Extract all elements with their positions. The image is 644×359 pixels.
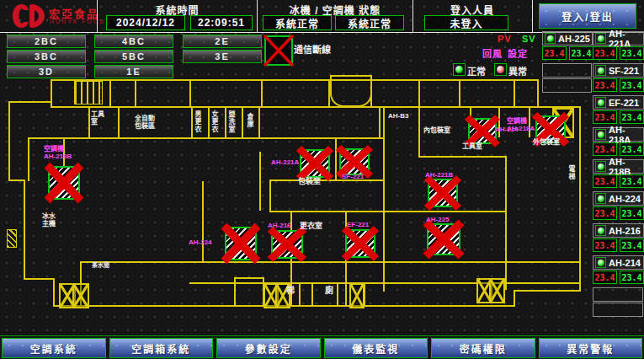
unit-name-label: AH-221A bbox=[609, 29, 643, 49]
wall bbox=[537, 79, 539, 108]
floor-button-3bc[interactable]: 3BC bbox=[7, 50, 86, 63]
ahu-marker-ah-225[interactable] bbox=[427, 223, 460, 255]
brand-name-en: HUNYA FOODS bbox=[50, 19, 111, 24]
unit-row-ah-214[interactable]: AH-214 bbox=[593, 255, 644, 270]
unit-status-lamp bbox=[595, 225, 606, 236]
room-label: 梯 bbox=[286, 287, 295, 294]
sv-value: 23.4 bbox=[620, 142, 644, 156]
empty-slot bbox=[593, 303, 643, 317]
room-label: 盥洗室 bbox=[227, 110, 235, 133]
comm-loss-x-icon bbox=[338, 147, 370, 176]
header-divider bbox=[97, 0, 98, 32]
wall bbox=[311, 283, 313, 305]
system-date-value: 2024/12/12 bbox=[106, 15, 185, 30]
sv-label: SV bbox=[522, 34, 536, 44]
wall bbox=[225, 108, 226, 137]
header-divider bbox=[412, 0, 413, 32]
unit-row-ef-221[interactable]: EF-221 bbox=[593, 95, 644, 110]
login-user-value: 未登入 bbox=[424, 15, 508, 30]
sv-value: 23.4 bbox=[620, 110, 644, 124]
normal-legend-label: 正常 bbox=[467, 64, 486, 78]
unit-values-ah-225: 23.4 23.4 bbox=[542, 46, 593, 60]
ahu-marker-ah-216[interactable] bbox=[271, 230, 303, 259]
ahu-marker-sf-221[interactable] bbox=[339, 148, 370, 175]
header-divider bbox=[532, 0, 533, 32]
marker-label: AH-216 bbox=[268, 222, 291, 229]
nav-button-ahu-system[interactable]: 空調箱系統 bbox=[109, 338, 214, 358]
unit-status-lamp bbox=[595, 193, 606, 204]
nav-button-alarm[interactable]: 異常警報 bbox=[539, 338, 643, 358]
nav-button-ac-system[interactable]: 空調系統 bbox=[2, 338, 106, 358]
unit-row-ah-218a[interactable]: AH-218A bbox=[593, 127, 644, 142]
unit-row-ah-221a[interactable]: AH-221A bbox=[593, 31, 644, 46]
empty-slot bbox=[542, 78, 592, 93]
room-label: 工具 室 bbox=[91, 110, 104, 126]
unit-row-ah-218b[interactable]: AH-218B bbox=[593, 159, 644, 174]
login-logout-button[interactable]: 登入/登出 bbox=[539, 3, 636, 29]
room-label: 倉庫 bbox=[246, 113, 253, 128]
wall bbox=[8, 180, 25, 181]
room-label: 廁 bbox=[325, 287, 333, 294]
sv-value: 23.4 bbox=[569, 46, 593, 60]
floor-button-2bc[interactable]: 2BC bbox=[7, 35, 86, 48]
comm-loss-x-icon bbox=[467, 117, 498, 145]
wall bbox=[514, 290, 515, 307]
unit-name-label: EF-221 bbox=[609, 98, 639, 108]
nav-button-password-auth[interactable]: 密碼權限 bbox=[431, 338, 535, 358]
wall bbox=[51, 79, 52, 108]
ahu-marker-ah-221b[interactable] bbox=[428, 179, 458, 207]
unit-name-label: AH-214 bbox=[609, 258, 641, 268]
unit-row-ah-216[interactable]: AH-216 bbox=[593, 223, 644, 238]
unit-row-ah-224[interactable]: AH-224 bbox=[593, 191, 644, 206]
pv-value: 23.4 bbox=[593, 238, 617, 252]
room-label: 外包裝室 bbox=[533, 138, 560, 146]
floor-button-2e[interactable]: 2E bbox=[183, 35, 262, 48]
pv-desc-label: 回風 bbox=[482, 46, 503, 60]
unit-values-ah-218a: 23.4 23.4 bbox=[593, 142, 644, 156]
pv-value: 23.4 bbox=[593, 110, 617, 124]
wall bbox=[299, 283, 301, 305]
comm-loss-x-icon bbox=[344, 228, 376, 259]
stairs-icon bbox=[489, 278, 505, 303]
room-label: 電梯 bbox=[567, 165, 575, 180]
comm-loss-x-icon bbox=[224, 226, 258, 261]
ahu-marker-ah-214[interactable] bbox=[468, 118, 497, 144]
system-clock-value: 22:09:51 bbox=[190, 15, 253, 30]
wall bbox=[335, 137, 337, 181]
wall bbox=[261, 81, 263, 106]
room-label: 更衣室 bbox=[300, 222, 322, 230]
comm-loss-x-icon bbox=[270, 229, 304, 260]
ahu-marker-ef-221[interactable] bbox=[345, 229, 375, 258]
ahu-marker-ah-218b[interactable] bbox=[48, 166, 80, 200]
wall bbox=[269, 211, 385, 212]
wall bbox=[51, 79, 539, 81]
unit-name-label: AH-225 bbox=[558, 34, 590, 44]
unit-values-ah-221a: 23.4 23.4 bbox=[593, 46, 644, 60]
abnormal-lamp-icon bbox=[494, 63, 507, 76]
tank-outline bbox=[330, 75, 372, 107]
nav-button-param-setting[interactable]: 參數設定 bbox=[216, 338, 321, 358]
floor-button-3e[interactable]: 3E bbox=[183, 50, 262, 63]
ahu-marker-ah-224[interactable] bbox=[225, 227, 257, 260]
floor-button-1e[interactable]: 1E bbox=[94, 65, 173, 78]
nav-top-line bbox=[0, 335, 644, 336]
unit-row-sf-221[interactable]: SF-221 bbox=[593, 63, 644, 78]
wall bbox=[337, 283, 338, 305]
wall bbox=[259, 152, 261, 211]
unit-row-ah-225[interactable]: AH-225 bbox=[542, 31, 593, 46]
floor-button-5bc[interactable]: 5BC bbox=[94, 50, 173, 63]
nav-button-meter-monitor[interactable]: 儀表監視 bbox=[324, 338, 428, 358]
wall bbox=[418, 81, 420, 158]
wall bbox=[135, 81, 136, 106]
ahu-marker-ah-221a[interactable] bbox=[300, 149, 330, 178]
unit-values-ah-214: 23.4 23.4 bbox=[593, 271, 644, 284]
floor-button-4bc[interactable]: 4BC bbox=[94, 35, 173, 48]
stairwell-hatch bbox=[74, 81, 103, 104]
marker-label: 空調機 AH-218A bbox=[507, 117, 535, 132]
comm-loss-legend-icon bbox=[264, 35, 293, 66]
wall bbox=[383, 211, 507, 212]
floor-button-3d[interactable]: 3D bbox=[7, 65, 86, 78]
wall bbox=[28, 137, 29, 181]
wall bbox=[505, 156, 507, 290]
wall bbox=[459, 81, 460, 106]
